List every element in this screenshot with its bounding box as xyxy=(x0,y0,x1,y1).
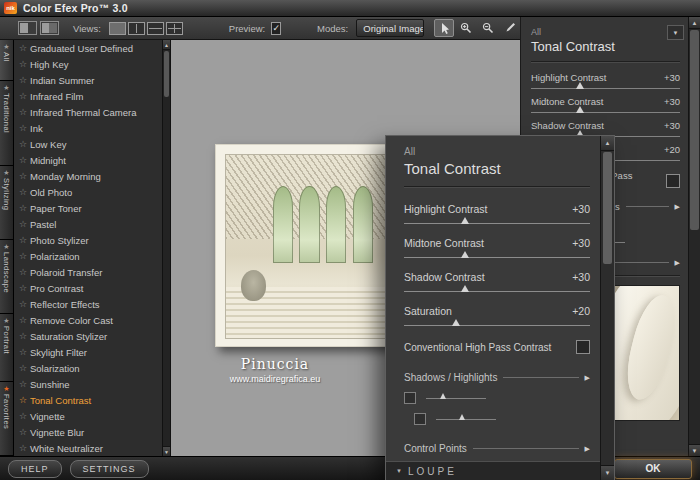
mini-slider-track[interactable] xyxy=(426,398,486,399)
filter-item-saturation-stylizer[interactable]: ☆Saturation Stylizer xyxy=(14,328,162,344)
filter-item-polaroid-transfer[interactable]: ☆Polaroid Transfer xyxy=(14,264,162,280)
artwork-window xyxy=(273,186,293,263)
slider-handle[interactable] xyxy=(461,217,469,224)
filter-label: Reflector Effects xyxy=(30,299,100,310)
section-control-points[interactable]: Control Points ▶ xyxy=(404,443,590,454)
slider-handle[interactable] xyxy=(461,251,469,258)
scroll-down-icon[interactable]: ▼ xyxy=(689,444,700,456)
filter-item-solarization[interactable]: ☆Solarization xyxy=(14,360,162,376)
filter-item-polarization[interactable]: ☆Polarization xyxy=(14,248,162,264)
filter-item-old-photo[interactable]: ☆Old Photo xyxy=(14,184,162,200)
filter-list-scrollbar[interactable]: ▲ ▼ xyxy=(162,40,171,456)
mini-checkbox[interactable] xyxy=(414,413,426,425)
slider-track[interactable] xyxy=(531,112,680,113)
pointer-tool-icon[interactable] xyxy=(434,19,454,37)
slider-midtone-contrast: Midtone Contrast+30 xyxy=(404,237,590,258)
section-shadows-highlights[interactable]: Shadows / Highlights ▶ xyxy=(404,372,590,383)
slider-handle[interactable] xyxy=(459,414,465,420)
tab-label: Stylizing xyxy=(2,178,11,210)
view-single-icon[interactable] xyxy=(109,22,126,35)
modes-dropdown[interactable]: Original Image ▼ xyxy=(356,19,424,37)
floating-panel-scrollbar[interactable]: ▲ ▼ xyxy=(600,136,614,480)
tab-label: Portrait xyxy=(2,326,11,354)
filter-item-low-key[interactable]: ☆Low Key xyxy=(14,136,162,152)
filter-item-monday-morning[interactable]: ☆Monday Morning xyxy=(14,168,162,184)
filter-item-pastel[interactable]: ☆Pastel xyxy=(14,216,162,232)
filter-label: Vignette Blur xyxy=(30,427,84,438)
layout-single-icon[interactable] xyxy=(18,21,37,35)
high-pass-checkbox[interactable] xyxy=(576,340,590,354)
filter-item-graduated-user-defined[interactable]: ☆Graduated User Defined xyxy=(14,40,162,56)
filter-item-infrared-film[interactable]: ☆Infrared Film xyxy=(14,88,162,104)
filter-item-tonal-contrast[interactable]: ☆Tonal Contrast xyxy=(14,392,162,408)
expand-right-icon[interactable]: ▶ xyxy=(675,259,680,267)
scroll-up-icon[interactable]: ▲ xyxy=(689,17,700,29)
scroll-up-icon[interactable]: ▲ xyxy=(163,40,170,50)
loupe-bar[interactable]: ▼ LOUPE xyxy=(386,461,600,480)
filter-item-reflector-effects[interactable]: ☆Reflector Effects xyxy=(14,296,162,312)
expand-right-icon[interactable]: ▶ xyxy=(585,445,590,453)
high-pass-checkbox[interactable] xyxy=(666,174,680,188)
tab-stylizing[interactable]: ★Stylizing xyxy=(0,166,13,240)
filter-label: Midnight xyxy=(30,155,66,166)
scrollbar-thumb[interactable] xyxy=(603,152,612,264)
slider-track[interactable] xyxy=(404,223,590,224)
settings-button[interactable]: SETTINGS xyxy=(70,460,149,478)
slider-track[interactable] xyxy=(404,325,590,326)
filter-item-remove-color-cast[interactable]: ☆Remove Color Cast xyxy=(14,312,162,328)
slider-track[interactable] xyxy=(404,257,590,258)
filter-item-photo-stylizer[interactable]: ☆Photo Stylizer xyxy=(14,232,162,248)
star-icon: ☆ xyxy=(19,91,30,101)
filter-label: Pastel xyxy=(30,219,56,230)
slider-handle[interactable] xyxy=(452,319,460,326)
filter-item-indian-summer[interactable]: ☆Indian Summer xyxy=(14,72,162,88)
expand-right-icon[interactable]: ▶ xyxy=(585,374,590,382)
filter-item-skylight-filter[interactable]: ☆Skylight Filter xyxy=(14,344,162,360)
filter-item-sunshine[interactable]: ☆Sunshine xyxy=(14,376,162,392)
slider-track[interactable] xyxy=(531,88,680,89)
filter-label: Saturation Stylizer xyxy=(30,331,107,342)
preview-checkbox[interactable]: ✓ xyxy=(271,22,281,35)
tab-favorites[interactable]: ★Favorites xyxy=(0,382,13,456)
tab-traditional[interactable]: ★Traditional xyxy=(0,81,13,166)
tab-all[interactable]: ★All xyxy=(0,40,13,81)
scroll-down-icon[interactable]: ▼ xyxy=(601,465,614,480)
filter-item-midnight[interactable]: ☆Midnight xyxy=(14,152,162,168)
filter-item-vignette-blur[interactable]: ☆Vignette Blur xyxy=(14,424,162,440)
filter-label: White Neutralizer xyxy=(30,443,103,454)
filter-item-vignette[interactable]: ☆Vignette xyxy=(14,408,162,424)
slider-handle[interactable] xyxy=(440,393,446,399)
panel-collapse-button[interactable]: ▼ xyxy=(667,25,684,40)
view-split-vertical-icon[interactable] xyxy=(128,22,145,35)
filter-item-paper-toner[interactable]: ☆Paper Toner xyxy=(14,200,162,216)
panel-scrollbar[interactable]: ▲ ▼ xyxy=(688,17,700,456)
filter-item-infrared-thermal-camera[interactable]: ☆Infrared Thermal Camera xyxy=(14,104,162,120)
scrollbar-thumb[interactable] xyxy=(690,30,699,230)
view-split-horizontal-icon[interactable] xyxy=(147,22,164,35)
layout-split-icon[interactable] xyxy=(40,21,59,35)
zoom-out-tool-icon[interactable] xyxy=(478,19,498,37)
mini-slider-track[interactable] xyxy=(436,419,496,420)
eyedropper-tool-icon[interactable] xyxy=(500,19,520,37)
ok-button[interactable]: OK xyxy=(614,459,692,479)
slider-handle[interactable] xyxy=(576,82,584,89)
filter-item-ink[interactable]: ☆Ink xyxy=(14,120,162,136)
scroll-down-icon[interactable]: ▼ xyxy=(163,446,170,456)
help-button[interactable]: HELP xyxy=(8,460,62,478)
slider-handle[interactable] xyxy=(461,285,469,292)
slider-saturation: Saturation+20 xyxy=(404,305,590,326)
tab-landscape[interactable]: ★Landscape xyxy=(0,240,13,314)
filter-item-pro-contrast[interactable]: ☆Pro Contrast xyxy=(14,280,162,296)
expand-right-icon[interactable]: ▶ xyxy=(675,203,680,211)
slider-track[interactable] xyxy=(404,291,590,292)
scrollbar-thumb[interactable] xyxy=(164,51,169,97)
zoom-in-tool-icon[interactable] xyxy=(456,19,476,37)
scroll-up-icon[interactable]: ▲ xyxy=(601,136,614,151)
filter-item-high-key[interactable]: ☆High Key xyxy=(14,56,162,72)
slider-handle[interactable] xyxy=(576,106,584,113)
filter-item-white-neutralizer[interactable]: ☆White Neutralizer xyxy=(14,440,162,456)
slider-midtone-contrast: Midtone Contrast+30 xyxy=(531,96,680,113)
tab-portrait[interactable]: ★Portrait xyxy=(0,314,13,382)
view-quad-icon[interactable] xyxy=(166,22,183,35)
mini-checkbox[interactable] xyxy=(404,392,416,404)
